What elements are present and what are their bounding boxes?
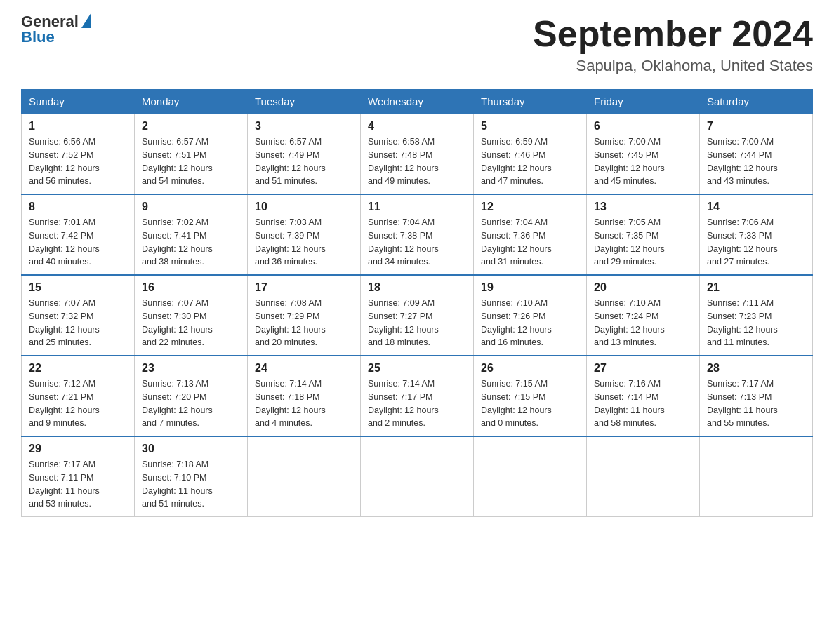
calendar-week-row: 22 Sunrise: 7:12 AMSunset: 7:21 PMDaylig… — [22, 356, 813, 436]
day-info: Sunrise: 6:59 AMSunset: 7:46 PMDaylight:… — [481, 135, 579, 188]
table-row: 10 Sunrise: 7:03 AMSunset: 7:39 PMDaylig… — [248, 194, 361, 275]
day-info: Sunrise: 7:00 AMSunset: 7:44 PMDaylight:… — [707, 135, 805, 188]
table-row: 30 Sunrise: 7:18 AMSunset: 7:10 PMDaylig… — [135, 436, 248, 517]
title-block: September 2024 Sapulpa, Oklahoma, United… — [533, 14, 813, 75]
day-number: 23 — [142, 362, 240, 375]
day-number: 20 — [594, 281, 692, 294]
day-info: Sunrise: 7:00 AMSunset: 7:45 PMDaylight:… — [594, 135, 692, 188]
calendar-table: Sunday Monday Tuesday Wednesday Thursday… — [21, 89, 813, 517]
day-info: Sunrise: 7:13 AMSunset: 7:20 PMDaylight:… — [142, 377, 240, 430]
day-number: 11 — [368, 201, 466, 213]
day-number: 24 — [255, 362, 353, 375]
day-info: Sunrise: 7:15 AMSunset: 7:15 PMDaylight:… — [481, 377, 579, 430]
day-info: Sunrise: 7:14 AMSunset: 7:18 PMDaylight:… — [255, 377, 353, 430]
day-number: 8 — [29, 201, 127, 213]
calendar-week-row: 29 Sunrise: 7:17 AMSunset: 7:11 PMDaylig… — [22, 436, 813, 517]
table-row: 23 Sunrise: 7:13 AMSunset: 7:20 PMDaylig… — [135, 356, 248, 436]
table-row: 18 Sunrise: 7:09 AMSunset: 7:27 PMDaylig… — [361, 275, 474, 356]
day-number: 1 — [29, 120, 127, 133]
table-row — [361, 436, 474, 517]
day-number: 29 — [29, 443, 127, 455]
page-header: General Blue September 2024 Sapulpa, Okl… — [21, 14, 813, 75]
day-number: 4 — [368, 120, 466, 133]
table-row: 16 Sunrise: 7:07 AMSunset: 7:30 PMDaylig… — [135, 275, 248, 356]
day-number: 21 — [707, 281, 805, 294]
day-number: 7 — [707, 120, 805, 133]
header-monday: Monday — [135, 90, 248, 114]
table-row: 27 Sunrise: 7:16 AMSunset: 7:14 PMDaylig… — [587, 356, 700, 436]
table-row: 24 Sunrise: 7:14 AMSunset: 7:18 PMDaylig… — [248, 356, 361, 436]
day-number: 28 — [707, 362, 805, 375]
table-row: 28 Sunrise: 7:17 AMSunset: 7:13 PMDaylig… — [700, 356, 813, 436]
header-saturday: Saturday — [700, 90, 813, 114]
table-row: 2 Sunrise: 6:57 AMSunset: 7:51 PMDayligh… — [135, 114, 248, 194]
table-row: 3 Sunrise: 6:57 AMSunset: 7:49 PMDayligh… — [248, 114, 361, 194]
table-row — [248, 436, 361, 517]
table-row: 6 Sunrise: 7:00 AMSunset: 7:45 PMDayligh… — [587, 114, 700, 194]
day-number: 3 — [255, 120, 353, 133]
calendar-week-row: 8 Sunrise: 7:01 AMSunset: 7:42 PMDayligh… — [22, 194, 813, 275]
day-info: Sunrise: 7:05 AMSunset: 7:35 PMDaylight:… — [594, 216, 692, 269]
day-info: Sunrise: 7:02 AMSunset: 7:41 PMDaylight:… — [142, 216, 240, 269]
day-number: 9 — [142, 201, 240, 213]
day-number: 14 — [707, 201, 805, 213]
calendar-week-row: 15 Sunrise: 7:07 AMSunset: 7:32 PMDaylig… — [22, 275, 813, 356]
day-info: Sunrise: 6:57 AMSunset: 7:51 PMDaylight:… — [142, 135, 240, 188]
day-number: 10 — [255, 201, 353, 213]
calendar-week-row: 1 Sunrise: 6:56 AMSunset: 7:52 PMDayligh… — [22, 114, 813, 194]
calendar-header-row: Sunday Monday Tuesday Wednesday Thursday… — [22, 90, 813, 114]
day-info: Sunrise: 7:07 AMSunset: 7:32 PMDaylight:… — [29, 297, 127, 349]
table-row: 9 Sunrise: 7:02 AMSunset: 7:41 PMDayligh… — [135, 194, 248, 275]
logo-general-text: General — [21, 14, 79, 29]
table-row: 26 Sunrise: 7:15 AMSunset: 7:15 PMDaylig… — [474, 356, 587, 436]
day-number: 17 — [255, 281, 353, 294]
day-info: Sunrise: 6:58 AMSunset: 7:48 PMDaylight:… — [368, 135, 466, 188]
day-info: Sunrise: 7:06 AMSunset: 7:33 PMDaylight:… — [707, 216, 805, 269]
day-info: Sunrise: 7:17 AMSunset: 7:13 PMDaylight:… — [707, 377, 805, 430]
day-info: Sunrise: 7:10 AMSunset: 7:26 PMDaylight:… — [481, 297, 579, 349]
day-info: Sunrise: 7:10 AMSunset: 7:24 PMDaylight:… — [594, 297, 692, 349]
day-info: Sunrise: 7:03 AMSunset: 7:39 PMDaylight:… — [255, 216, 353, 269]
table-row — [474, 436, 587, 517]
day-number: 6 — [594, 120, 692, 133]
table-row: 22 Sunrise: 7:12 AMSunset: 7:21 PMDaylig… — [22, 356, 135, 436]
table-row — [700, 436, 813, 517]
table-row: 13 Sunrise: 7:05 AMSunset: 7:35 PMDaylig… — [587, 194, 700, 275]
day-number: 15 — [29, 281, 127, 294]
day-number: 13 — [594, 201, 692, 213]
table-row: 1 Sunrise: 6:56 AMSunset: 7:52 PMDayligh… — [22, 114, 135, 194]
day-info: Sunrise: 7:11 AMSunset: 7:23 PMDaylight:… — [707, 297, 805, 349]
day-info: Sunrise: 7:08 AMSunset: 7:29 PMDaylight:… — [255, 297, 353, 349]
table-row: 15 Sunrise: 7:07 AMSunset: 7:32 PMDaylig… — [22, 275, 135, 356]
table-row: 4 Sunrise: 6:58 AMSunset: 7:48 PMDayligh… — [361, 114, 474, 194]
table-row: 14 Sunrise: 7:06 AMSunset: 7:33 PMDaylig… — [700, 194, 813, 275]
day-info: Sunrise: 7:18 AMSunset: 7:10 PMDaylight:… — [142, 458, 240, 511]
day-number: 16 — [142, 281, 240, 294]
day-info: Sunrise: 7:16 AMSunset: 7:14 PMDaylight:… — [594, 377, 692, 430]
day-info: Sunrise: 6:56 AMSunset: 7:52 PMDaylight:… — [29, 135, 127, 188]
day-number: 25 — [368, 362, 466, 375]
table-row: 5 Sunrise: 6:59 AMSunset: 7:46 PMDayligh… — [474, 114, 587, 194]
day-info: Sunrise: 7:07 AMSunset: 7:30 PMDaylight:… — [142, 297, 240, 349]
table-row: 17 Sunrise: 7:08 AMSunset: 7:29 PMDaylig… — [248, 275, 361, 356]
table-row: 25 Sunrise: 7:14 AMSunset: 7:17 PMDaylig… — [361, 356, 474, 436]
header-wednesday: Wednesday — [361, 90, 474, 114]
day-info: Sunrise: 7:04 AMSunset: 7:36 PMDaylight:… — [481, 216, 579, 269]
header-tuesday: Tuesday — [248, 90, 361, 114]
day-info: Sunrise: 6:57 AMSunset: 7:49 PMDaylight:… — [255, 135, 353, 188]
table-row — [587, 436, 700, 517]
day-info: Sunrise: 7:01 AMSunset: 7:42 PMDaylight:… — [29, 216, 127, 269]
day-number: 18 — [368, 281, 466, 294]
table-row: 8 Sunrise: 7:01 AMSunset: 7:42 PMDayligh… — [22, 194, 135, 275]
table-row: 21 Sunrise: 7:11 AMSunset: 7:23 PMDaylig… — [700, 275, 813, 356]
day-info: Sunrise: 7:17 AMSunset: 7:11 PMDaylight:… — [29, 458, 127, 511]
calendar-subtitle: Sapulpa, Oklahoma, United States — [533, 57, 813, 75]
logo-triangle-icon — [81, 13, 91, 28]
day-number: 30 — [142, 443, 240, 455]
header-friday: Friday — [587, 90, 700, 114]
logo-blue-text: Blue — [21, 29, 91, 45]
day-number: 19 — [481, 281, 579, 294]
header-sunday: Sunday — [22, 90, 135, 114]
day-number: 2 — [142, 120, 240, 133]
day-info: Sunrise: 7:12 AMSunset: 7:21 PMDaylight:… — [29, 377, 127, 430]
